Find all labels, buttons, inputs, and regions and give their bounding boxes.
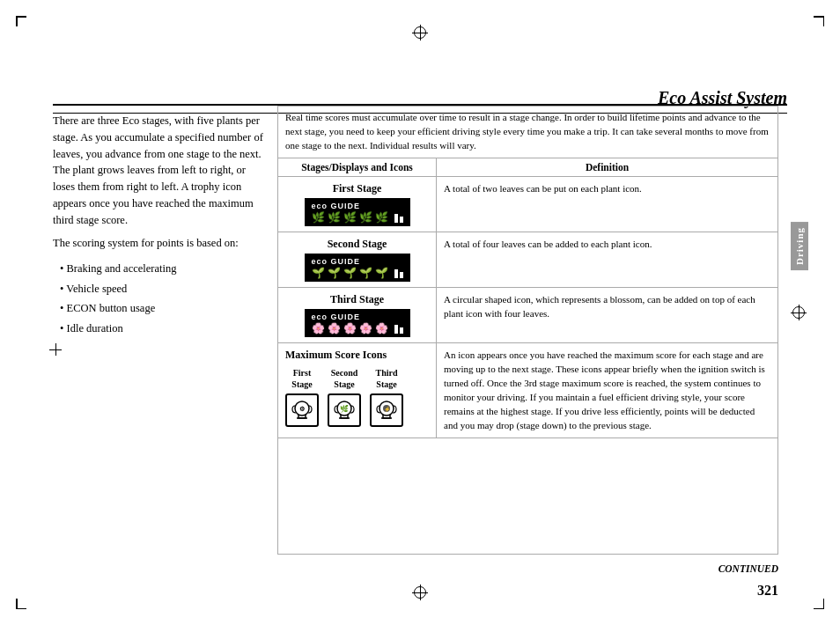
second-stage-eco-display: eco GUIDE 🌱 🌱 🌱 🌱 🌱 — [305, 254, 410, 282]
page: Eco Assist System Driving There are thre… — [0, 0, 840, 625]
second-stage-label: Second Stage — [285, 238, 429, 251]
plant-s3-4: 🌸 — [359, 323, 372, 334]
crosshair-bottom — [412, 585, 428, 600]
bar-2 — [400, 217, 403, 223]
plant-s2-1: 🌱 — [312, 268, 325, 278]
trophy-second: 🌿 — [328, 393, 361, 427]
trophy-first-svg: ⚙ — [291, 399, 313, 422]
second-stage-display: Second Stage eco GUIDE 🌱 🌱 🌱 🌱 🌱 — [278, 232, 437, 287]
bar-indicators-2 — [394, 269, 403, 278]
eco-guide-title-1: eco GUIDE — [312, 202, 403, 210]
max-icon-first-label: FirstStage — [285, 367, 319, 390]
max-score-label: Maximum Score Icons — [285, 349, 429, 362]
bullet-item: Idle duration — [60, 319, 269, 339]
eco-guide-title-3: eco GUIDE — [312, 312, 403, 321]
table-header: Stages/Displays and Icons Definition — [278, 158, 777, 177]
continued-label: CONTINUED — [718, 563, 778, 574]
trophy-second-svg: 🌿 — [333, 399, 356, 422]
main-content: There are three Eco stages, with five pl… — [53, 106, 778, 555]
crosshair-right — [791, 305, 807, 320]
side-label: Driving — [791, 222, 808, 270]
bullet-item: Vehicle speed — [60, 279, 269, 299]
plant-3: 🌿 — [343, 212, 357, 223]
plant-2: 🌿 — [328, 212, 341, 223]
plant-s3-1: 🌸 — [312, 323, 325, 334]
corner-mark-tl — [16, 16, 33, 33]
max-icon-second-label: SecondStage — [328, 367, 361, 390]
max-icon-first: FirstStage ⚙ — [285, 367, 319, 427]
first-stage-def: A total of two leaves can be put on each… — [437, 177, 777, 232]
corner-mark-bl — [16, 592, 33, 609]
first-stage-display: First Stage eco GUIDE 🌿 🌿 🌿 🌿 🌿 — [278, 177, 437, 232]
max-score-def: An icon appears once you have reached th… — [437, 343, 777, 438]
third-stage-display: Third Stage eco GUIDE 🌸 🌸 🌸 🌸 🌸 — [278, 288, 437, 342]
bullet-item: Braking and accelerating — [60, 259, 269, 279]
corner-mark-br — [807, 592, 824, 609]
plant-s2-2: 🌱 — [328, 268, 341, 278]
table-row-third-stage: Third Stage eco GUIDE 🌸 🌸 🌸 🌸 🌸 — [278, 288, 777, 343]
plant-s2-4: 🌱 — [359, 268, 372, 278]
bar-1 — [394, 214, 398, 223]
max-icon-third-label: ThirdStage — [370, 367, 403, 390]
scoring-paragraph: The scoring system for points is based o… — [53, 235, 269, 252]
max-icon-third: ThirdStage ⚡ — [370, 367, 403, 427]
eco-plants-2: 🌱 🌱 🌱 🌱 🌱 — [312, 268, 403, 278]
max-score-row: Maximum Score Icons FirstStage — [278, 343, 777, 439]
third-stage-def: A circular shaped icon, which represents… — [437, 288, 777, 342]
side-label-container: Driving — [791, 220, 808, 273]
first-stage-label: First Stage — [285, 182, 429, 195]
trophy-third: ⚡ — [370, 393, 403, 427]
svg-text:⚡: ⚡ — [384, 406, 391, 413]
info-banner: Real time scores must accumulate over ti… — [278, 107, 777, 158]
plant-s2-3: 🌱 — [343, 268, 357, 278]
table-row-first-stage: First Stage eco GUIDE 🌿 🌿 🌿 🌿 🌿 — [278, 177, 777, 232]
col-header-stages: Stages/Displays and Icons — [278, 158, 437, 176]
intro-paragraph: There are three Eco stages, with five pl… — [53, 113, 269, 228]
trophy-first: ⚙ — [285, 393, 319, 427]
stage-icons-row: FirstStage ⚙ — [285, 367, 429, 427]
plant-s3-2: 🌸 — [328, 323, 341, 334]
table-row-second-stage: Second Stage eco GUIDE 🌱 🌱 🌱 🌱 🌱 — [278, 232, 777, 288]
bar-s3-1 — [394, 325, 398, 334]
left-column: There are three Eco stages, with five pl… — [53, 106, 269, 555]
max-icon-second: SecondStage 🌿 — [328, 367, 361, 427]
trophy-third-svg: ⚡ — [375, 399, 398, 422]
first-stage-eco-display: eco GUIDE 🌿 🌿 🌿 🌿 🌿 — [305, 198, 410, 226]
third-stage-label: Third Stage — [285, 293, 429, 306]
eco-plants-1: 🌿 🌿 🌿 🌿 🌿 — [312, 212, 403, 223]
bar-indicators-1 — [394, 214, 403, 223]
eco-guide-title-2: eco GUIDE — [312, 257, 403, 266]
page-number: 321 — [757, 583, 778, 599]
bullet-item: ECON button usage — [60, 298, 269, 319]
bar-indicators-3 — [394, 325, 403, 334]
third-stage-eco-display: eco GUIDE 🌸 🌸 🌸 🌸 🌸 — [305, 309, 410, 337]
corner-mark-tr — [807, 16, 824, 33]
second-stage-def: A total of four leaves can be added to e… — [437, 232, 777, 287]
bullet-list: Braking and accelerating Vehicle speed E… — [53, 259, 269, 338]
bar-s2-2 — [400, 272, 403, 278]
eco-table: Real time scores must accumulate over ti… — [277, 106, 778, 555]
plant-5: 🌿 — [375, 212, 388, 223]
plant-1: 🌿 — [312, 212, 325, 223]
plant-s3-3: 🌸 — [343, 323, 357, 334]
plant-4: 🌿 — [359, 212, 372, 223]
eco-plants-3: 🌸 🌸 🌸 🌸 🌸 — [312, 323, 403, 334]
svg-text:⚙: ⚙ — [299, 406, 305, 413]
crosshair-top — [412, 25, 428, 40]
plant-s2-5: 🌱 — [375, 268, 388, 278]
plant-s3-5: 🌸 — [375, 323, 388, 334]
svg-text:🌿: 🌿 — [340, 404, 349, 413]
bar-s3-2 — [400, 327, 403, 334]
col-header-definition: Definition — [437, 158, 777, 176]
bar-s2-1 — [394, 269, 398, 278]
max-score-stage-col: Maximum Score Icons FirstStage — [278, 343, 437, 438]
